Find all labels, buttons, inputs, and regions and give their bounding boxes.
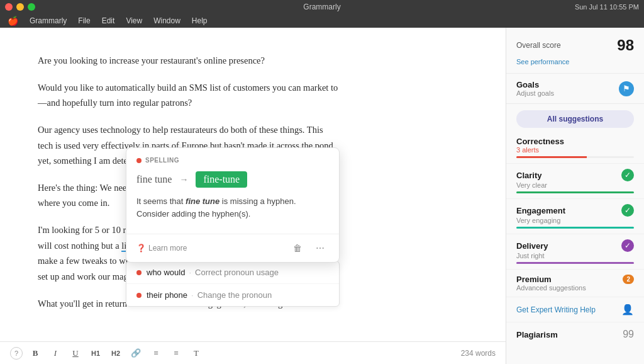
more-options-button[interactable]: ⋯ [311, 239, 329, 257]
learn-more-text: Learn more [148, 244, 187, 253]
popup-actions: 🗑 ⋯ [289, 239, 329, 257]
menu-edit[interactable]: Edit [97, 15, 120, 26]
arrow-icon: → [179, 174, 188, 185]
main-layout: Are you looking to increase your restaur… [0, 28, 644, 364]
system-status: Sun Jul 11 10:55 PM [575, 3, 639, 11]
correctness-bar [516, 156, 634, 158]
expert-icon: 👤 [621, 304, 634, 316]
word-count: 234 words [461, 349, 496, 358]
popup-description: It seems that fine tune is missing a hyp… [136, 195, 329, 227]
minimize-button[interactable] [16, 3, 24, 11]
delivery-label: Delivery [516, 241, 548, 251]
ordered-list-button[interactable]: ≡ [148, 346, 164, 361]
spelling-dot-icon [136, 158, 142, 163]
underline-button[interactable]: U [68, 346, 83, 361]
editor-content[interactable]: Are you looking to increase your restaur… [0, 28, 506, 341]
bold-button[interactable]: B [28, 346, 43, 361]
goals-text: Goals Adjust goals [516, 80, 554, 97]
goals-sub: Adjust goals [516, 89, 554, 97]
clear-format-button[interactable]: T [189, 346, 204, 361]
menu-grammarly[interactable]: Grammarly [25, 15, 72, 26]
suggestion-desc-2: Change the pronoun [197, 290, 272, 300]
engagement-bar [516, 227, 634, 229]
help-button[interactable]: ? [10, 347, 23, 360]
suggestion-dot-icon-2 [136, 293, 142, 298]
right-panel: Overall score 98 See performance Goals A… [506, 28, 644, 364]
paragraph-1: Are you looking to increase your restaur… [38, 53, 340, 69]
unordered-list-button[interactable]: ≡ [169, 346, 184, 361]
suggestion-desc-1: Correct pronoun usage [195, 268, 279, 277]
italic-button[interactable]: I [48, 346, 63, 361]
metric-clarity: Clarity ✓ Very clear [506, 164, 644, 199]
spelling-type: SPELLING [145, 157, 179, 164]
suggestion-word-2: their phone [147, 290, 187, 300]
menu-window[interactable]: Window [148, 15, 186, 26]
clarity-check-icon: ✓ [621, 169, 634, 181]
overall-score-value: 98 [617, 37, 634, 54]
corrected-word[interactable]: fine-tune [196, 171, 247, 188]
all-suggestions-button[interactable]: All suggestions [516, 110, 634, 128]
close-button[interactable] [5, 3, 13, 11]
delivery-check-icon: ✓ [621, 239, 634, 252]
delivery-bar [516, 262, 634, 264]
clarity-bar [516, 191, 634, 193]
h1-button[interactable]: H1 [88, 346, 103, 361]
menu-file[interactable]: File [73, 15, 95, 26]
correction-row: fine tune → fine-tune [136, 171, 329, 188]
goals-section[interactable]: Goals Adjust goals ⚑ [506, 74, 644, 104]
menubar: 🍎 Grammarly File Edit View Window Help [0, 14, 644, 28]
expert-label: Get Expert Writing Help [516, 305, 596, 314]
premium-row: Premium 2 [516, 275, 634, 284]
engagement-row: Engagement ✓ [516, 204, 634, 217]
see-performance-link[interactable]: See performance [516, 58, 569, 65]
divider-2: · [191, 290, 194, 300]
engagement-check-icon: ✓ [621, 204, 634, 217]
plagiarism-icon: 99 [623, 329, 634, 340]
suggestion-who-would[interactable]: who would · Correct pronoun usage [126, 261, 339, 284]
score-row: Overall score 98 [516, 37, 634, 54]
traffic-lights [5, 3, 35, 11]
plagiarism-section[interactable]: Plagiarism 99 [506, 322, 644, 346]
delete-suggestion-button[interactable]: 🗑 [289, 239, 306, 257]
editor-area: Are you looking to increase your restaur… [0, 28, 506, 364]
premium-badge: 2 [623, 275, 634, 284]
link-button[interactable]: 🔗 [128, 346, 143, 361]
maximize-button[interactable] [28, 3, 35, 11]
original-word: fine tune [136, 174, 172, 185]
suggestion-dot-icon [136, 270, 142, 275]
overall-score-label: Overall score [516, 41, 561, 50]
clarity-sub: Very clear [516, 181, 634, 189]
spelling-popup: SPELLING fine tune → fine-tune It seems … [126, 147, 340, 263]
clarity-label: Clarity [516, 171, 541, 180]
window-title: Grammarly [303, 3, 340, 11]
premium-sub: Advanced suggestions [516, 284, 634, 292]
correctness-label: Correctness [516, 137, 564, 146]
expert-section[interactable]: Get Expert Writing Help 👤 [506, 297, 644, 322]
learn-more-link[interactable]: ❓ Learn more [136, 244, 187, 253]
other-suggestions: who would · Correct pronoun usage their … [126, 261, 340, 307]
divider: · [189, 268, 191, 277]
titlebar: Grammarly Sun Jul 11 10:55 PM [0, 0, 644, 14]
delivery-row: Delivery ✓ [516, 239, 634, 252]
engagement-label: Engagement [516, 206, 565, 215]
premium-label: Premium [516, 275, 552, 284]
paragraph-2: Would you like to automatically build an… [38, 80, 340, 111]
menu-help[interactable]: Help [187, 15, 213, 26]
clarity-row: Clarity ✓ [516, 169, 634, 181]
goals-label: Goals [516, 80, 554, 89]
metric-correctness: Correctness 3 alerts [506, 132, 644, 164]
question-icon: ❓ [136, 244, 146, 253]
apple-menu[interactable]: 🍎 [3, 14, 23, 27]
goals-icon: ⚑ [619, 81, 634, 96]
engagement-sub: Very engaging [516, 217, 634, 224]
popup-footer: ❓ Learn more 🗑 ⋯ [126, 234, 339, 262]
correctness-row: Correctness [516, 137, 634, 146]
suggestion-their-phone[interactable]: their phone · Change the pronoun [126, 284, 339, 306]
premium-section: Premium 2 Advanced suggestions [506, 270, 644, 297]
spelling-label: SPELLING [136, 157, 329, 164]
menu-view[interactable]: View [121, 15, 147, 26]
delivery-sub: Just right [516, 252, 634, 259]
correctness-alerts: 3 alerts [516, 146, 634, 154]
plagiarism-label: Plagiarism [516, 330, 558, 339]
h2-button[interactable]: H2 [108, 346, 123, 361]
